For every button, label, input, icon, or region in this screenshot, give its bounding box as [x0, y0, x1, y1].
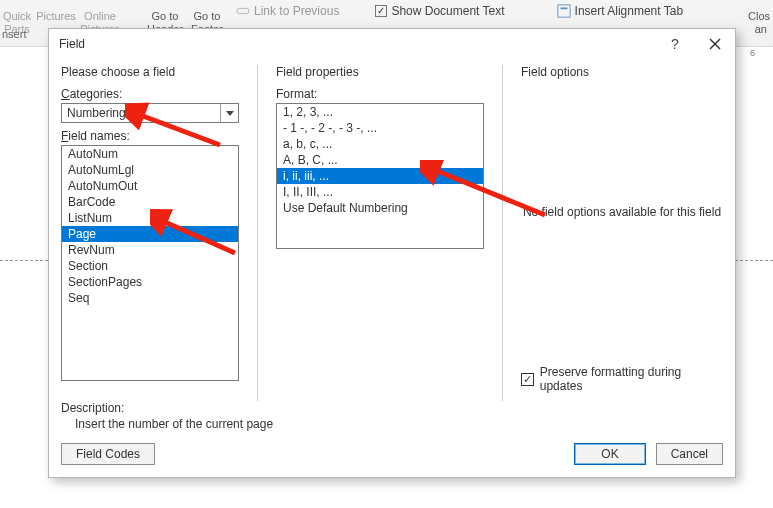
field-name-item[interactable]: SectionPages [62, 274, 238, 290]
svg-rect-1 [557, 5, 569, 17]
field-name-item[interactable]: Section [62, 258, 238, 274]
dialog-title: Field [59, 37, 85, 51]
field-names-label: Field names: [61, 129, 239, 143]
field-options-column: Field options No field options available… [521, 65, 723, 401]
field-options-heading: Field options [521, 65, 723, 79]
checkbox-icon: ✓ [375, 5, 387, 17]
column-separator-1 [257, 65, 258, 401]
format-item[interactable]: Use Default Numbering [277, 200, 483, 216]
ribbon-link-to-previous-label: Link to Previous [254, 4, 339, 18]
ribbon-insert-alignment-tab-label: Insert Alignment Tab [575, 4, 684, 18]
field-name-item[interactable]: AutoNumLgl [62, 162, 238, 178]
field-dialog: Field ? Please choose a field Categories… [48, 28, 736, 478]
field-name-item[interactable]: RevNum [62, 242, 238, 258]
categories-label: Categories: [61, 87, 239, 101]
description-text: Insert the number of the current page [61, 417, 723, 431]
cancel-button[interactable]: Cancel [656, 443, 723, 465]
ribbon-group-insert: nsert [0, 28, 26, 40]
format-item[interactable]: - 1 -, - 2 -, - 3 -, ... [277, 120, 483, 136]
alignment-tab-icon [557, 4, 571, 18]
preserve-formatting-label: Preserve formatting during updates [540, 365, 723, 393]
close-icon [709, 38, 721, 50]
format-item[interactable]: I, II, III, ... [277, 184, 483, 200]
ribbon-link-to-previous[interactable]: Link to Previous [228, 0, 347, 22]
categories-combo[interactable]: Numbering [61, 103, 239, 123]
field-properties-column: Field properties Format: 1, 2, 3, ...- 1… [276, 65, 484, 401]
link-icon [236, 4, 250, 18]
description-block: Description: Insert the number of the cu… [49, 401, 735, 437]
field-codes-button[interactable]: Field Codes [61, 443, 155, 465]
column-separator-2 [502, 65, 503, 401]
chevron-down-icon [220, 104, 238, 122]
svg-rect-2 [560, 8, 567, 10]
field-name-item[interactable]: Seq [62, 290, 238, 306]
dialog-close-button[interactable] [695, 29, 735, 59]
format-item[interactable]: A, B, C, ... [277, 152, 483, 168]
field-name-item[interactable]: BarCode [62, 194, 238, 210]
checkbox-icon: ✓ [521, 373, 534, 386]
format-item[interactable]: 1, 2, 3, ... [277, 104, 483, 120]
field-properties-heading: Field properties [276, 65, 484, 79]
dialog-footer: Field Codes OK Cancel [49, 437, 735, 477]
svg-rect-0 [237, 8, 249, 13]
choose-field-heading: Please choose a field [61, 65, 239, 79]
field-name-item[interactable]: AutoNumOut [62, 178, 238, 194]
ribbon-show-doc-text-label: Show Document Text [391, 4, 504, 18]
field-name-item[interactable]: AutoNum [62, 146, 238, 162]
format-item[interactable]: i, ii, iii, ... [277, 168, 483, 184]
no-field-options-text: No field options available for this fiel… [521, 205, 723, 219]
field-names-listbox[interactable]: AutoNumAutoNumLglAutoNumOutBarCodeListNu… [61, 145, 239, 381]
field-name-item[interactable]: Page [62, 226, 238, 242]
dialog-titlebar: Field ? [49, 29, 735, 59]
categories-value: Numbering [62, 104, 220, 122]
choose-field-column: Please choose a field Categories: Number… [61, 65, 239, 401]
field-name-item[interactable]: ListNum [62, 210, 238, 226]
description-title: Description: [61, 401, 723, 415]
format-item[interactable]: a, b, c, ... [277, 136, 483, 152]
format-label: Format: [276, 87, 484, 101]
ribbon-insert-alignment-tab[interactable]: Insert Alignment Tab [549, 0, 692, 22]
ribbon-close-bottom: an [755, 24, 767, 35]
ok-button[interactable]: OK [574, 443, 645, 465]
preserve-formatting-row[interactable]: ✓ Preserve formatting during updates [521, 365, 723, 393]
format-listbox[interactable]: 1, 2, 3, ...- 1 -, - 2 -, - 3 -, ...a, b… [276, 103, 484, 249]
dialog-help-button[interactable]: ? [655, 29, 695, 59]
ruler-tick-6: 6 [750, 48, 755, 58]
ribbon-show-doc-text[interactable]: ✓ Show Document Text [367, 0, 512, 22]
